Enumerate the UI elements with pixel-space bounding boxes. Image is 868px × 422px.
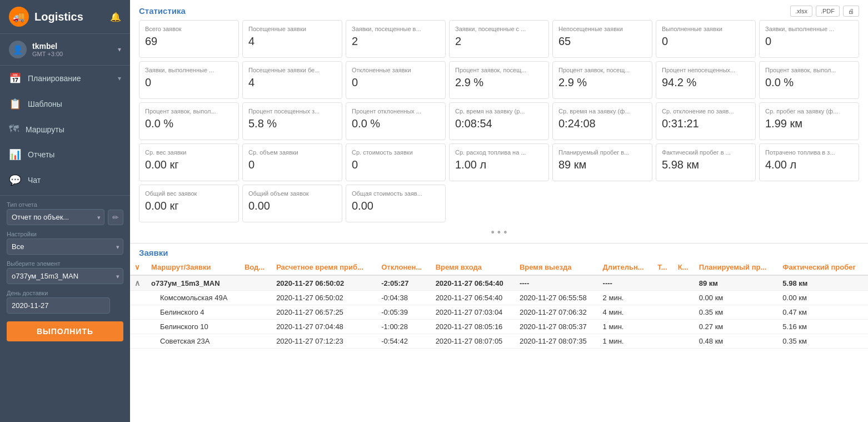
sidebar-item-reports[interactable]: 📊 Отчеты [0,142,130,167]
table-cell-driver [240,320,272,334]
settings-select[interactable]: Все [7,239,123,254]
collapse-icon[interactable]: ∧ [134,279,140,287]
stat-card: Ср. объем заявки 0 [242,143,342,181]
sidebar-item-chat[interactable]: 💬 Чат [0,167,130,193]
table-cell-planned_dist: 0.48 км [695,334,779,349]
col-actual-dist[interactable]: Фактический пробег [778,260,868,275]
table-cell-departure: 2020-11-27 08:05:37 [515,320,598,334]
report-type-edit-button[interactable]: ✏ [108,210,123,225]
stat-label: Всего заявок [145,25,233,33]
order-row: Белинского 42020-11-27 06:57:25-0:05:392… [130,305,868,320]
table-cell-actual_dist: 0.35 км [778,334,868,349]
stat-value: 2.9 % [455,76,543,89]
table-cell-deviation: -0:54:42 [377,334,431,349]
route-row: ∧о737ум_15m3_MAN2020-11-27 06:50:02-2:05… [130,275,868,291]
xlsx-export-button[interactable]: .xlsx [790,6,812,17]
table-body: ∧о737ум_15m3_MAN2020-11-27 06:50:02-2:05… [130,275,868,349]
sidebar-item-routes[interactable]: 🗺 Маршруты [0,117,130,142]
filter-section: Тип отчета Отчет по объек... ▾ ✏ Настрой… [0,195,130,347]
stats-row-3: Процент заявок, выпол... 0.0 % Процент п… [139,102,859,140]
stat-card: Процент отклоненных ... 0.0 % [346,102,446,140]
stat-value: 0 [662,35,750,48]
table-cell-departure: ---- [515,275,598,291]
col-route[interactable]: Маршрут/Заявки [147,260,240,275]
stat-card: Общий объем заявок 0.00 [242,185,342,222]
col-collapse[interactable]: ∨ [130,260,147,275]
pdf-export-button[interactable]: .PDF [816,6,840,17]
stat-card: Планируемый пробег в... 89 км [552,143,652,181]
col-t[interactable]: Т... [653,260,673,275]
table-cell-collapse[interactable] [130,305,147,320]
col-planned-dist[interactable]: Планируемый пр... [695,260,779,275]
table-cell-planned_dist: 89 км [695,275,779,291]
stat-value: 0.0 % [765,76,853,89]
stat-label: Ср. пробег на заявку (ф... [765,107,853,115]
table-cell-collapse[interactable] [130,320,147,334]
sidebar-item-templates[interactable]: 📋 Шаблоны [0,91,130,117]
order-row: Комсомольская 49А2020-11-27 06:50:02-0:0… [130,291,868,305]
stats-row-4: Ср. вес заявки 0.00 кг Ср. объем заявки … [139,143,859,181]
table-cell-duration: 1 мин. [598,334,654,349]
stat-card: Процент заявок, посещ... 2.9 % [552,61,652,99]
stat-value: 0:24:08 [558,117,646,130]
sidebar-item-planning[interactable]: 📅 Планирование ▾ [0,66,130,91]
stat-value: 69 [145,35,233,48]
report-type-select[interactable]: Отчет по объек... [7,210,104,225]
stat-value: 4 [248,76,336,89]
table-cell-arrival: 2020-11-27 06:54:40 [431,275,515,291]
table-cell-k [674,334,695,349]
table-cell-collapse[interactable] [130,291,147,305]
table-cell-actual_dist: 5.98 км [778,275,868,291]
table-cell-driver [240,334,272,349]
stat-card: Отклоненные заявки 0 [346,61,446,99]
user-menu-chevron: ▾ [118,46,121,53]
table-cell-k [674,275,695,291]
col-deviation[interactable]: Отклонен... [377,260,431,275]
execute-button[interactable]: ВЫПОЛНИТЬ [7,321,123,341]
element-select[interactable]: о737ум_15m3_MAN [7,269,123,284]
stat-label: Процент заявок, посещ... [558,66,646,74]
element-label: Выберите элемент [7,260,123,267]
stat-label: Процент непосещенных... [662,66,750,74]
expand-stats-button[interactable]: • • • [139,226,859,240]
user-info: tkmbel GMT +3:00 [32,42,112,57]
date-input[interactable] [7,297,110,314]
stat-value: 4.00 л [765,158,853,171]
col-duration[interactable]: Длительн... [598,260,654,275]
table-cell-driver [240,275,272,291]
bell-icon[interactable]: 🔔 [110,12,121,22]
stat-card: Ср. отклонение по заяв... 0:31:21 [656,102,756,140]
stat-value: 4 [248,35,336,48]
table-cell-collapse[interactable]: ∧ [130,275,147,291]
col-arrival[interactable]: Время входа [431,260,515,275]
stat-value: 65 [558,35,646,48]
stat-label: Заявки, выполненные ... [145,66,233,74]
stat-label: Процент заявок, посещ... [455,66,543,74]
stat-card: Ср. вес заявки 0.00 кг [139,143,239,181]
stat-card: Процент непосещенных... 94.2 % [656,61,756,99]
col-k[interactable]: К... [674,260,695,275]
stat-label: Заявки, выполненные ... [765,25,853,33]
stat-card: Ср. время на заявку (ф... 0:24:08 [552,102,652,140]
col-driver[interactable]: Вод... [240,260,272,275]
report-type-field: Тип отчета Отчет по объек... ▾ ✏ [7,201,123,225]
user-avatar: 👤 [9,41,27,58]
settings-label: Настройки [7,231,123,237]
stat-label: Процент отклоненных ... [352,107,440,115]
stat-card: Всего заявок 69 [139,20,239,58]
table-cell-t [653,305,673,320]
stat-value: 1.99 км [765,117,853,130]
table-cell-collapse[interactable] [130,334,147,349]
user-profile[interactable]: 👤 tkmbel GMT +3:00 ▾ [0,34,130,66]
table-cell-deviation: -1:00:28 [377,320,431,334]
table-cell-route: Комсомольская 49А [147,291,240,305]
stat-card: Потрачено топлива в з... 4.00 л [759,143,859,181]
col-eta[interactable]: Расчетное время приб... [272,260,377,275]
col-departure[interactable]: Время выезда [515,260,598,275]
stat-card: Ср. стоимость заявки 0 [346,143,446,181]
stat-label: Непосещенные заявки [558,25,646,33]
stat-value: 0.00 [352,200,440,212]
print-button[interactable]: 🖨 [843,6,859,17]
user-timezone: GMT +3:00 [32,51,112,57]
table-cell-t [653,275,673,291]
